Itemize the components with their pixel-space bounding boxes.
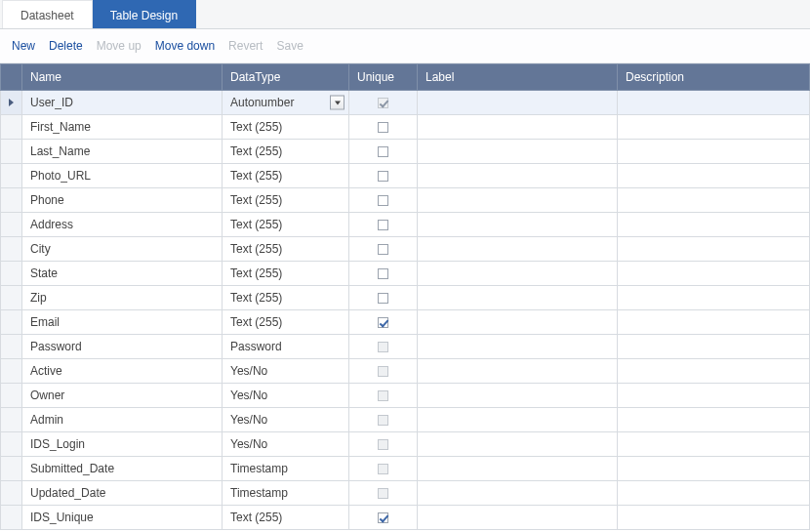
col-header-unique[interactable]: Unique <box>349 64 418 91</box>
description-cell[interactable] <box>618 310 810 335</box>
table-row[interactable]: Submitted_DateTimestamp <box>1 457 810 481</box>
unique-checkbox[interactable] <box>378 146 388 157</box>
row-selector-cell[interactable] <box>1 188 22 213</box>
description-cell[interactable] <box>618 432 810 457</box>
unique-checkbox[interactable] <box>378 317 388 328</box>
name-cell[interactable]: Last_Name <box>22 140 223 164</box>
name-cell[interactable]: Updated_Date <box>22 481 223 506</box>
description-cell[interactable] <box>618 286 810 310</box>
delete-button[interactable]: Delete <box>49 39 83 53</box>
label-cell[interactable] <box>418 140 618 164</box>
unique-cell[interactable] <box>349 237 418 262</box>
table-row[interactable]: ActiveYes/No <box>1 359 810 384</box>
row-selector-cell[interactable] <box>1 286 22 310</box>
label-cell[interactable] <box>418 188 618 213</box>
datatype-cell[interactable]: Text (255) <box>223 310 349 335</box>
datatype-cell[interactable]: Yes/No <box>223 384 349 408</box>
unique-cell[interactable] <box>349 140 418 164</box>
description-cell[interactable] <box>618 213 810 237</box>
table-row[interactable]: AdminYes/No <box>1 408 810 432</box>
name-cell[interactable]: Admin <box>22 408 223 432</box>
name-cell[interactable]: Owner <box>22 384 223 408</box>
table-row[interactable]: StateText (255) <box>1 262 810 286</box>
row-selector-cell[interactable] <box>1 310 22 335</box>
move-down-button[interactable]: Move down <box>155 39 215 53</box>
col-header-name[interactable]: Name <box>22 64 223 91</box>
table-row[interactable]: CityText (255) <box>1 237 810 262</box>
name-cell[interactable]: User_ID <box>22 91 223 115</box>
label-cell[interactable] <box>418 408 618 432</box>
datatype-cell[interactable]: Autonumber <box>223 91 349 115</box>
label-cell[interactable] <box>418 262 618 286</box>
col-header-description[interactable]: Description <box>618 64 810 91</box>
table-row[interactable]: PasswordPassword <box>1 335 810 359</box>
name-cell[interactable]: IDS_Unique <box>22 506 223 530</box>
col-header-label[interactable]: Label <box>418 64 618 91</box>
name-cell[interactable]: Zip <box>22 286 223 310</box>
table-row[interactable]: AddressText (255) <box>1 213 810 237</box>
unique-checkbox[interactable] <box>378 171 388 182</box>
row-selector-cell[interactable] <box>1 237 22 262</box>
row-selector-cell[interactable] <box>1 213 22 237</box>
label-cell[interactable] <box>418 310 618 335</box>
name-cell[interactable]: Password <box>22 335 223 359</box>
name-cell[interactable]: First_Name <box>22 115 223 140</box>
label-cell[interactable] <box>418 481 618 506</box>
name-cell[interactable]: Photo_URL <box>22 164 223 188</box>
table-row[interactable]: IDS_LoginYes/No <box>1 432 810 457</box>
table-row[interactable]: Photo_URLText (255) <box>1 164 810 188</box>
row-selector-cell[interactable] <box>1 140 22 164</box>
row-selector-cell[interactable] <box>1 91 22 115</box>
row-selector-cell[interactable] <box>1 457 22 481</box>
datatype-cell[interactable]: Text (255) <box>223 506 349 530</box>
name-cell[interactable]: Phone <box>22 188 223 213</box>
row-selector-cell[interactable] <box>1 359 22 384</box>
unique-checkbox[interactable] <box>378 195 388 206</box>
description-cell[interactable] <box>618 335 810 359</box>
datatype-cell[interactable]: Text (255) <box>223 188 349 213</box>
name-cell[interactable]: State <box>22 262 223 286</box>
col-header-datatype[interactable]: DataType <box>223 64 349 91</box>
description-cell[interactable] <box>618 506 810 530</box>
name-cell[interactable]: IDS_Login <box>22 432 223 457</box>
description-cell[interactable] <box>618 359 810 384</box>
row-selector-cell[interactable] <box>1 262 22 286</box>
name-cell[interactable]: Submitted_Date <box>22 457 223 481</box>
description-cell[interactable] <box>618 481 810 506</box>
row-selector-cell[interactable] <box>1 115 22 140</box>
datatype-cell[interactable]: Timestamp <box>223 481 349 506</box>
label-cell[interactable] <box>418 164 618 188</box>
table-row[interactable]: Updated_DateTimestamp <box>1 481 810 506</box>
unique-cell[interactable] <box>349 506 418 530</box>
datatype-cell[interactable]: Yes/No <box>223 432 349 457</box>
table-row[interactable]: Last_NameText (255) <box>1 140 810 164</box>
description-cell[interactable] <box>618 140 810 164</box>
label-cell[interactable] <box>418 115 618 140</box>
datatype-dropdown-button[interactable] <box>330 96 344 110</box>
unique-checkbox[interactable] <box>378 268 388 279</box>
unique-cell[interactable] <box>349 262 418 286</box>
unique-checkbox[interactable] <box>378 244 388 255</box>
table-row[interactable]: EmailText (255) <box>1 310 810 335</box>
description-cell[interactable] <box>618 262 810 286</box>
table-row[interactable]: User_IDAutonumber <box>1 91 810 115</box>
name-cell[interactable]: Address <box>22 213 223 237</box>
datatype-cell[interactable]: Yes/No <box>223 359 349 384</box>
name-cell[interactable]: Active <box>22 359 223 384</box>
row-selector-cell[interactable] <box>1 408 22 432</box>
unique-checkbox[interactable] <box>378 220 388 230</box>
description-cell[interactable] <box>618 188 810 213</box>
datatype-cell[interactable]: Text (255) <box>223 140 349 164</box>
row-selector-cell[interactable] <box>1 384 22 408</box>
unique-cell[interactable] <box>349 213 418 237</box>
table-row[interactable]: PhoneText (255) <box>1 188 810 213</box>
datatype-cell[interactable]: Text (255) <box>223 213 349 237</box>
label-cell[interactable] <box>418 335 618 359</box>
description-cell[interactable] <box>618 164 810 188</box>
label-cell[interactable] <box>418 237 618 262</box>
unique-cell[interactable] <box>349 188 418 213</box>
description-cell[interactable] <box>618 237 810 262</box>
unique-checkbox[interactable] <box>378 122 388 133</box>
label-cell[interactable] <box>418 359 618 384</box>
row-selector-cell[interactable] <box>1 164 22 188</box>
